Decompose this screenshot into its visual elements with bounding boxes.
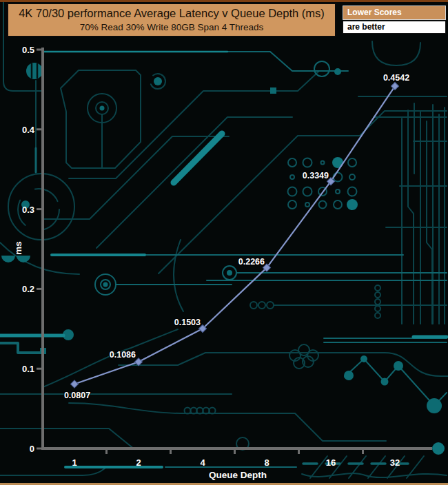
axis-labels: 00.10.20.30.40.512481632Queue Depthms bbox=[13, 45, 400, 480]
data-point-label: 0.2266 bbox=[238, 257, 265, 267]
data-point-label: 0.0807 bbox=[64, 391, 90, 400]
chart-title-box: 4K 70/30 performance Average Latency v Q… bbox=[7, 3, 336, 37]
legend-are-better: are better bbox=[343, 21, 446, 34]
y-tick-label: 0.3 bbox=[22, 205, 34, 215]
x-tick-label: 2 bbox=[136, 457, 141, 468]
x-tick-label: 8 bbox=[264, 457, 269, 468]
y-tick-label: 0 bbox=[30, 444, 34, 454]
y-tick-label: 0.4 bbox=[22, 125, 35, 135]
y-tick-label: 0.2 bbox=[22, 284, 34, 294]
data-point-label: 0.4542 bbox=[383, 73, 409, 83]
latency-line bbox=[74, 86, 395, 384]
data-point-label: 0.3349 bbox=[303, 171, 329, 180]
legend-lower-scores: Lower Scores bbox=[343, 6, 446, 20]
x-tick-label: 4 bbox=[200, 457, 205, 468]
data-point-label: 0.1503 bbox=[174, 318, 201, 327]
y-tick-label: 0.1 bbox=[22, 364, 34, 374]
latency-chart: 00.10.20.30.40.512481632Queue Depthms0.0… bbox=[0, 0, 448, 485]
x-axis-title: Queue Depth bbox=[209, 470, 267, 480]
chart-subtitle: 70% Read 30% Write 80GB Span 4 Threads bbox=[8, 21, 335, 34]
data-points bbox=[70, 83, 398, 389]
data-point-marker bbox=[70, 380, 78, 388]
x-tick-label: 1 bbox=[72, 457, 77, 468]
y-tick-label: 0.5 bbox=[22, 45, 34, 55]
top-border-line bbox=[0, 0, 448, 2]
data-point-label: 0.1086 bbox=[110, 350, 136, 360]
data-point-marker bbox=[134, 358, 142, 366]
axes bbox=[37, 48, 432, 454]
data-point-labels: 0.08070.10860.15030.22660.33490.4542 bbox=[64, 73, 409, 400]
chart-title: 4K 70/30 performance Average Latency v Q… bbox=[8, 6, 335, 21]
x-tick-label: 32 bbox=[390, 457, 400, 468]
screenshot-frame: 00.10.20.30.40.512481632Queue Depthms0.0… bbox=[0, 0, 448, 485]
y-axis-title: ms bbox=[13, 241, 23, 255]
x-tick-label: 16 bbox=[326, 457, 336, 468]
